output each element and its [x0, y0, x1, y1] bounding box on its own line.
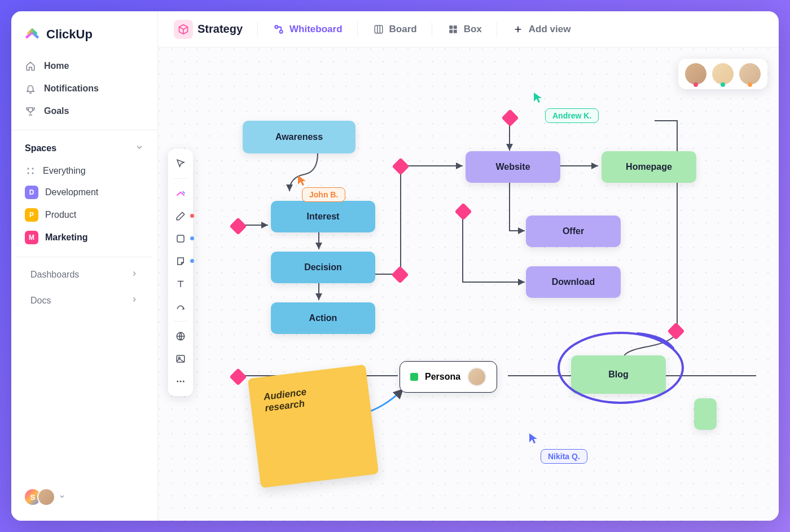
tool-sticky[interactable]	[170, 251, 191, 271]
space-name: Strategy	[198, 23, 243, 36]
svg-point-4	[275, 25, 278, 28]
add-view-button[interactable]: Add view	[510, 20, 573, 39]
nav-dashboards-label: Dashboards	[30, 270, 79, 280]
user-menu[interactable]: S	[11, 481, 157, 513]
clickup-logo-icon	[24, 26, 41, 43]
main-area: Strategy Whiteboard Board Box Add view	[158, 11, 779, 521]
persona-card[interactable]: Persona	[400, 361, 497, 393]
cursor-label-john: John B.	[302, 187, 345, 202]
separator	[497, 22, 497, 37]
svg-point-18	[183, 381, 185, 382]
trophy-icon	[25, 105, 36, 117]
tab-board-label: Board	[389, 24, 417, 35]
space-product-label: Product	[45, 210, 76, 220]
tool-clickup-shape[interactable]	[170, 183, 191, 204]
tab-box-label: Box	[464, 24, 482, 35]
node-decision[interactable]: Decision	[271, 252, 375, 283]
space-everything[interactable]: Everything	[17, 161, 152, 181]
node-action[interactable]: Action	[271, 302, 375, 334]
space-badge-m: M	[25, 231, 38, 244]
svg-rect-7	[449, 25, 453, 29]
tool-text[interactable]	[170, 274, 191, 294]
node-offer[interactable]: Offer	[526, 216, 621, 247]
canvas-toolbar	[168, 149, 193, 396]
nav-home[interactable]: Home	[17, 55, 152, 77]
nav-docs[interactable]: Docs	[17, 288, 152, 314]
space-development-label: Development	[45, 187, 98, 197]
tool-select[interactable]	[170, 153, 191, 174]
tool-connector[interactable]	[170, 296, 191, 316]
space-everything-label: Everything	[43, 166, 86, 176]
box-icon	[447, 23, 459, 36]
svg-point-1	[32, 168, 33, 169]
spaces-header[interactable]: Spaces	[17, 139, 152, 161]
node-interest[interactable]: Interest	[271, 201, 375, 232]
spaces-title: Spaces	[25, 143, 56, 153]
whiteboard-canvas[interactable]: Awareness Interest Decision Action Websi…	[158, 47, 779, 521]
space-product[interactable]: P Product	[17, 204, 152, 226]
svg-rect-6	[375, 25, 383, 33]
chevron-down-icon	[135, 143, 144, 154]
connector-lines	[158, 47, 779, 521]
sticky-note[interactable]: Audience research	[248, 364, 379, 488]
tool-shape[interactable]	[170, 228, 191, 249]
svg-point-3	[32, 172, 33, 174]
nav-notifications[interactable]: Notifications	[17, 78, 152, 99]
cursor-icon	[533, 91, 543, 104]
tool-image[interactable]	[170, 349, 191, 369]
tab-whiteboard[interactable]: Whiteboard	[270, 20, 345, 39]
space-marketing[interactable]: M Marketing	[17, 226, 152, 249]
tool-web[interactable]	[170, 326, 191, 346]
brand-name: ClickUp	[46, 27, 93, 42]
svg-rect-8	[453, 25, 457, 29]
svg-rect-9	[449, 29, 453, 33]
space-badge-d: D	[25, 186, 38, 199]
home-icon	[25, 60, 36, 72]
svg-point-16	[177, 381, 178, 382]
spaces-section: Spaces Everything D Development P Produc…	[11, 130, 157, 318]
nav-home-label: Home	[44, 61, 69, 71]
avatar	[739, 63, 761, 85]
persona-label: Persona	[425, 372, 460, 382]
node-homepage[interactable]: Homepage	[602, 151, 696, 183]
cursor-label-andrew: Andrew K.	[545, 108, 599, 123]
nav-goals[interactable]: Goals	[17, 100, 152, 122]
node-awareness[interactable]: Awareness	[243, 121, 356, 153]
bell-icon	[25, 83, 36, 94]
cube-icon	[174, 20, 193, 39]
tool-more[interactable]	[170, 371, 191, 392]
nav-dashboards[interactable]: Dashboards	[17, 262, 152, 288]
nav-goals-label: Goals	[44, 106, 69, 116]
svg-rect-12	[177, 235, 184, 242]
cursor-icon	[528, 432, 538, 445]
chevron-right-icon	[130, 270, 138, 280]
cursor-icon	[297, 174, 307, 187]
space-selector[interactable]: Strategy	[172, 16, 245, 42]
status-square-icon	[410, 373, 418, 381]
space-development[interactable]: D Development	[17, 181, 152, 204]
node-partial-green[interactable]	[694, 398, 717, 430]
separator	[432, 22, 432, 37]
svg-point-2	[27, 172, 29, 174]
collaborator-avatars[interactable]	[678, 59, 767, 89]
tool-pen[interactable]	[170, 206, 191, 226]
space-badge-p: P	[25, 208, 38, 222]
node-website[interactable]: Website	[466, 151, 560, 183]
nav-docs-label: Docs	[30, 296, 51, 306]
svg-point-11	[559, 333, 683, 403]
chevron-right-icon	[130, 296, 138, 306]
svg-point-5	[280, 30, 283, 33]
tab-whiteboard-label: Whiteboard	[289, 24, 343, 35]
sidebar: ClickUp Home Notifications Goals Spaces	[11, 11, 158, 521]
chevron-down-icon	[59, 492, 65, 502]
board-icon	[372, 23, 385, 36]
svg-point-17	[180, 381, 182, 382]
plus-icon	[512, 23, 524, 36]
view-tabs: Strategy Whiteboard Board Box Add view	[158, 11, 779, 47]
grid-dots-icon	[25, 165, 36, 177]
tab-board[interactable]: Board	[370, 20, 419, 39]
space-marketing-label: Marketing	[45, 232, 88, 243]
brand-logo[interactable]: ClickUp	[11, 23, 157, 55]
tab-box[interactable]: Box	[445, 20, 484, 39]
node-download[interactable]: Download	[526, 266, 621, 298]
